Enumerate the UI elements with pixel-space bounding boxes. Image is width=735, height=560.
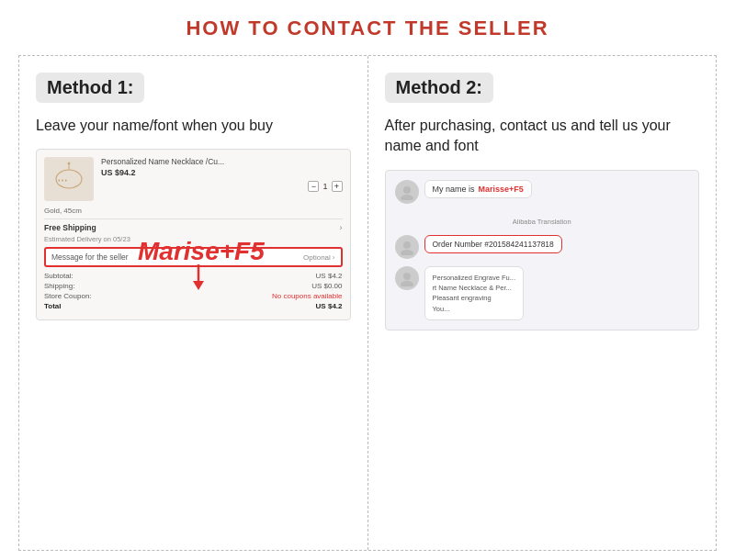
shipping-val: US $0.00 <box>311 282 342 290</box>
message-optional: Optional <box>303 253 331 262</box>
variant-label: Gold, 45cm <box>44 207 343 215</box>
method-2-screenshot: My name is Marisse+F5 Alibaba Translatio… <box>385 170 700 330</box>
svg-point-10 <box>401 250 413 255</box>
svg-text:♦ ♦ ♦: ♦ ♦ ♦ <box>58 178 68 183</box>
qty-value: 1 <box>322 182 327 191</box>
product-price: US $94.2 <box>101 168 343 177</box>
method-2-panel: Method 2: After purchasing, contact us a… <box>368 56 717 550</box>
svg-point-3 <box>68 162 71 165</box>
coupon-label: Store Coupon: <box>44 292 92 300</box>
method-2-desc: After purchasing, contact us and tell us… <box>385 116 700 157</box>
chat-row-3: Personalized Engrave Fu... rt Name Neckl… <box>395 266 690 320</box>
method-1-panel: Method 1: Leave your name/font when you … <box>19 56 368 550</box>
method-1-screenshot: ♦ ♦ ♦ Personalized Name Necklace /Cu... … <box>36 149 351 320</box>
svg-point-7 <box>403 186 411 194</box>
translate-label-wrapper: Alibaba Translation <box>395 211 690 228</box>
subtotal-label: Subtotal: <box>44 272 74 280</box>
avatar-1 <box>395 180 419 204</box>
svg-point-9 <box>403 241 411 249</box>
shipping-est: Estimated Delivery on 05/23 <box>44 235 343 243</box>
qty-minus[interactable]: − <box>308 181 319 192</box>
svg-point-11 <box>403 273 411 280</box>
detail-line-4: You... <box>433 304 515 314</box>
message-arrow: › <box>333 253 335 262</box>
chat1-highlight: Marisse+F5 <box>479 185 524 194</box>
shipping-label: Free Shipping <box>44 223 96 232</box>
shipping-label2: Shipping: <box>44 282 74 290</box>
method-2-badge: Method 2: <box>385 73 493 103</box>
order-bubble: Order Number #201584241137818 <box>424 235 562 253</box>
avatar-2 <box>395 235 419 259</box>
avatar-3 <box>395 266 419 290</box>
svg-point-12 <box>401 281 413 286</box>
detail-line-2: rt Name Necklace & Per... <box>433 283 515 293</box>
qty-plus[interactable]: + <box>332 181 343 192</box>
detail-line-1: Personalized Engrave Fu... <box>433 273 515 283</box>
page-title: HOW TO CONTACT THE SELLER <box>186 17 548 40</box>
shipping-arrow[interactable]: › <box>340 223 343 232</box>
chat-bubble-1: My name is Marisse+F5 <box>424 180 532 198</box>
message-seller-row[interactable]: Message for the seller Optional › <box>44 247 343 267</box>
translate-label: Alibaba Translation <box>513 218 571 226</box>
subtotal-val: US $4.2 <box>316 272 343 280</box>
totals-section: Subtotal: US $4.2 Shipping: US $0.00 Sto… <box>44 272 343 310</box>
method-1-desc: Leave your name/font when you buy <box>36 116 351 136</box>
product-image: ♦ ♦ ♦ <box>44 157 94 201</box>
total-label: Total <box>44 302 62 310</box>
chat-row-1: My name is Marisse+F5 <box>395 180 690 204</box>
detail-line-3: Pleasant engraving <box>433 293 515 303</box>
method-1-badge: Method 1: <box>36 73 144 103</box>
chat-row-2: Order Number #201584241137818 <box>395 235 690 259</box>
product-title: Personalized Name Necklace /Cu... <box>101 157 343 166</box>
total-val: US $4.2 <box>316 302 343 310</box>
message-label: Message for the seller <box>51 252 129 262</box>
svg-point-8 <box>401 195 413 200</box>
order-detail-bubble: Personalized Engrave Fu... rt Name Neckl… <box>424 266 524 320</box>
chat1-text: My name is <box>433 185 475 194</box>
coupon-val: No coupons available <box>272 292 343 300</box>
